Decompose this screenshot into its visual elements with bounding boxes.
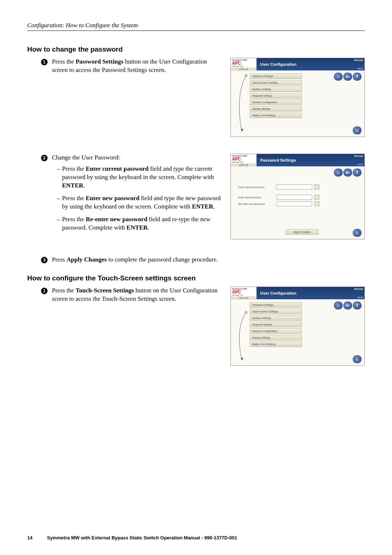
heading-touch-screen: How to configure the Touch-Screen settin… bbox=[27, 274, 365, 282]
logo-block: Symmetra MW APC www.apc.com UPS-1A bbox=[231, 58, 257, 70]
label-current-password: Enter current password bbox=[238, 186, 274, 189]
menu-battery-test-settings[interactable]: Battery Test Settings bbox=[250, 341, 302, 347]
back-icon[interactable]: ⇦ bbox=[343, 73, 352, 81]
menu-modbus-settings[interactable]: Modbus Settings bbox=[250, 86, 302, 92]
step-number-1b: 1 bbox=[41, 288, 48, 294]
input-reenter-password[interactable] bbox=[277, 201, 312, 206]
menu-touch-screen-settings[interactable]: Touch-Screen Settings bbox=[250, 80, 302, 85]
pointer-curve-icon bbox=[234, 302, 250, 364]
screen-title: Password Settings Normal 11:31 bbox=[257, 154, 364, 166]
logout-icon[interactable]: ⎋ bbox=[353, 355, 362, 363]
step-number-3: 3 bbox=[41, 257, 48, 263]
step3-text: Press Apply Changes to complete the pass… bbox=[52, 256, 365, 263]
input-new-password[interactable] bbox=[277, 195, 312, 200]
logo-block: Symmetra MW APC www.apc.com UPS-1A bbox=[231, 287, 257, 299]
status-badge: Normal bbox=[354, 59, 363, 61]
status-badge: Normal bbox=[354, 288, 363, 290]
step-number-1: 1 bbox=[41, 59, 48, 65]
step-number-2: 2 bbox=[41, 155, 48, 161]
back-icon[interactable]: ⇦ bbox=[343, 169, 352, 177]
keyboard-icon[interactable] bbox=[314, 185, 319, 190]
screen-title: User Configuration Normal 10:41 bbox=[257, 287, 364, 299]
menu-regional-settings[interactable]: Regional Settings bbox=[250, 322, 302, 327]
input-current-password[interactable] bbox=[277, 185, 312, 190]
menu-modbus-settings[interactable]: Modbus Settings bbox=[250, 315, 302, 321]
menu-network-configuration[interactable]: Network Configuration bbox=[250, 100, 302, 105]
pointer-curve-icon bbox=[234, 73, 250, 135]
menu-display-settings[interactable]: Display Settings bbox=[250, 335, 302, 340]
step2-intro: Change the User Password: bbox=[52, 154, 222, 162]
home-icon[interactable]: ⌂ bbox=[334, 301, 343, 309]
menu-password-settings[interactable]: Password Settings bbox=[250, 73, 302, 79]
bullet-reenter-password: Press the Re-enter new password field an… bbox=[57, 215, 222, 232]
logout-icon[interactable]: ⎋ bbox=[353, 126, 362, 134]
screenshot-password-settings: Symmetra MW APC www.apc.com UPS-1A Passw… bbox=[230, 154, 365, 239]
footer-text: Symmetra MW with External Bypass Static … bbox=[47, 535, 237, 540]
bullet-current-password: Press the Enter current password field a… bbox=[57, 165, 222, 190]
label-reenter-password: Re-enter new password bbox=[238, 203, 274, 205]
menu-regional-settings[interactable]: Regional Settings bbox=[250, 93, 302, 98]
home-icon[interactable]: ⌂ bbox=[334, 73, 343, 81]
bullet-new-password: Press the Enter new password field and t… bbox=[57, 194, 222, 211]
apply-changes-button[interactable]: Apply Changes bbox=[285, 229, 319, 235]
menu-network-configuration[interactable]: Network Configuration bbox=[250, 328, 302, 334]
section2-step1-text: Press the Touch-Screen Settings button o… bbox=[52, 287, 222, 303]
logout-icon[interactable]: ⎋ bbox=[353, 229, 362, 237]
help-icon[interactable]: ? bbox=[353, 73, 362, 81]
screen-title: User Configuration Normal 10:40 bbox=[257, 58, 364, 70]
page-number: 14 bbox=[27, 535, 32, 540]
screenshot-user-config-1: Symmetra MW APC www.apc.com UPS-1A User … bbox=[230, 58, 365, 137]
keyboard-icon[interactable] bbox=[314, 201, 319, 206]
status-badge: Normal bbox=[354, 155, 363, 157]
home-icon[interactable]: ⌂ bbox=[334, 169, 343, 177]
menu-battery-test-settings[interactable]: Battery Test Settings bbox=[250, 113, 302, 118]
back-icon[interactable]: ⇦ bbox=[343, 301, 352, 309]
help-icon[interactable]: ? bbox=[353, 169, 362, 177]
menu-display-settings[interactable]: Display Settings bbox=[250, 106, 302, 112]
keyboard-icon[interactable] bbox=[314, 195, 319, 200]
label-new-password: Enter new password bbox=[238, 196, 274, 199]
menu-password-settings[interactable]: Password Settings bbox=[250, 302, 302, 308]
help-icon[interactable]: ? bbox=[353, 301, 362, 309]
heading-change-password: How to change the password bbox=[27, 45, 365, 53]
menu-touch-screen-settings[interactable]: Touch-Screen Settings bbox=[250, 309, 302, 314]
step1-text: Press the Password Settings button on th… bbox=[52, 58, 222, 74]
logo-block: Symmetra MW APC www.apc.com UPS-1A bbox=[231, 154, 257, 166]
breadcrumb: Configuration: How to Configure the Syst… bbox=[27, 22, 365, 31]
screenshot-user-config-2: Symmetra MW APC www.apc.com UPS-1A User … bbox=[230, 287, 365, 366]
